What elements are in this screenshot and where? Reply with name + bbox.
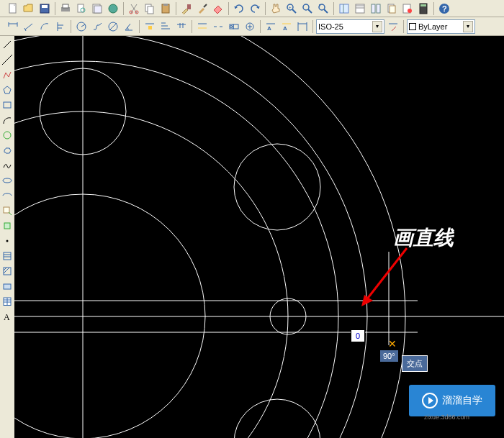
svg-line-47 xyxy=(109,23,117,30)
dynamic-input[interactable]: 0 xyxy=(351,329,365,342)
zoom-realtime-icon[interactable]: + xyxy=(284,1,299,16)
dim-update-icon[interactable] xyxy=(386,19,400,34)
tool-palettes-icon[interactable] xyxy=(369,1,383,16)
dim-style-value: ISO-25 xyxy=(318,22,343,31)
new-file-icon[interactable] xyxy=(6,1,20,16)
svg-rect-79 xyxy=(4,102,11,108)
svg-point-19 xyxy=(303,4,309,10)
cut-icon[interactable] xyxy=(127,1,141,16)
line-icon[interactable] xyxy=(1,37,14,52)
svg-point-97 xyxy=(14,36,405,438)
svg-point-98 xyxy=(14,36,367,438)
save-icon[interactable] xyxy=(37,1,52,16)
dim-edit-icon[interactable] xyxy=(295,19,310,34)
dim-tolerance-icon[interactable] xyxy=(227,19,241,34)
svg-point-64 xyxy=(230,25,233,27)
eraser-icon[interactable] xyxy=(211,1,225,16)
dim-angular-icon[interactable] xyxy=(122,19,136,34)
paintbrush-icon[interactable] xyxy=(195,1,210,16)
redo-icon[interactable] xyxy=(248,1,262,16)
arc-icon[interactable] xyxy=(1,113,14,127)
svg-rect-91 xyxy=(4,284,11,289)
copy-icon[interactable] xyxy=(143,1,157,16)
svg-text:?: ? xyxy=(442,4,447,13)
dim-continue-icon[interactable] xyxy=(174,19,189,34)
publish-icon[interactable] xyxy=(90,1,104,16)
dim-linear-icon[interactable] xyxy=(6,19,20,34)
dim-space-icon[interactable] xyxy=(195,19,210,34)
svg-point-84 xyxy=(6,240,9,242)
svg-text:+: + xyxy=(289,5,292,9)
dim-arc-icon[interactable] xyxy=(37,19,52,34)
dim-quick-icon[interactable] xyxy=(143,19,157,34)
dim-radius-icon[interactable] xyxy=(74,19,89,34)
spline-icon[interactable] xyxy=(1,158,14,173)
globe-icon[interactable] xyxy=(106,1,120,16)
dim-ordinate-icon[interactable] xyxy=(53,19,68,34)
pan-icon[interactable] xyxy=(269,1,283,16)
svg-rect-16 xyxy=(187,4,191,9)
markup-icon[interactable] xyxy=(400,1,415,16)
polyline-icon[interactable] xyxy=(1,68,14,82)
circle-icon[interactable] xyxy=(1,128,14,142)
dim-inspect-icon[interactable]: A xyxy=(264,19,278,34)
svg-point-31 xyxy=(408,9,412,13)
gradient-icon[interactable] xyxy=(1,264,14,278)
svg-text:A: A xyxy=(267,25,271,32)
text-icon[interactable]: A xyxy=(1,309,14,324)
undo-icon[interactable] xyxy=(232,1,246,16)
svg-point-11 xyxy=(135,11,138,14)
insert-block-icon[interactable] xyxy=(1,204,14,218)
print-icon[interactable] xyxy=(58,1,73,16)
sheet-set-icon[interactable] xyxy=(384,1,399,16)
table-icon[interactable] xyxy=(1,294,14,309)
help-icon[interactable]: ? xyxy=(437,1,451,16)
annotation-arrow xyxy=(353,245,418,316)
main-area: A xyxy=(0,36,504,438)
dim-style-combo[interactable]: ISO-25 ▾ xyxy=(316,19,384,34)
play-icon xyxy=(422,393,438,409)
svg-rect-13 xyxy=(148,6,153,14)
svg-point-105 xyxy=(234,144,320,230)
print-preview-icon[interactable] xyxy=(74,1,89,16)
watermark-text: 溜溜自学 xyxy=(442,394,482,407)
snap-marker-icon: ✕ xyxy=(388,338,397,350)
svg-point-100 xyxy=(14,111,288,438)
layer-color-swatch xyxy=(409,23,416,30)
dim-jogged-icon[interactable] xyxy=(90,19,104,34)
layer-combo[interactable]: ByLayer ▾ xyxy=(407,19,475,34)
chevron-down-icon[interactable]: ▾ xyxy=(372,21,382,32)
watermark-url: zixue.3d66.com xyxy=(424,414,469,421)
dimension-toolbar: A A ISO-25 ▾ ByLayer ▾ xyxy=(0,17,504,36)
design-center-icon[interactable] xyxy=(353,1,367,16)
xline-icon[interactable] xyxy=(1,53,14,67)
svg-point-107 xyxy=(234,399,320,438)
hatch-icon[interactable] xyxy=(1,249,14,263)
svg-marker-112 xyxy=(361,295,373,306)
drawing-canvas[interactable]: 画直线 0 ✕ 90° 交点 溜溜自学 zixue.3d66.com xyxy=(14,36,504,438)
svg-line-39 xyxy=(25,24,32,29)
revcloud-icon[interactable] xyxy=(1,143,14,158)
match-prop-icon[interactable] xyxy=(179,1,194,16)
dim-center-icon[interactable] xyxy=(243,19,257,34)
ellipse-icon[interactable] xyxy=(1,173,14,188)
rectangle-icon[interactable] xyxy=(1,98,14,112)
point-icon[interactable] xyxy=(1,234,14,248)
make-block-icon[interactable] xyxy=(1,219,14,233)
region-icon[interactable] xyxy=(1,279,14,293)
svg-line-45 xyxy=(81,24,85,27)
chevron-down-icon[interactable]: ▾ xyxy=(463,21,473,32)
zoom-previous-icon[interactable] xyxy=(316,1,330,16)
open-file-icon[interactable] xyxy=(22,1,36,16)
dim-aligned-icon[interactable] xyxy=(22,19,36,34)
dim-baseline-icon[interactable] xyxy=(158,19,173,34)
paste-icon[interactable] xyxy=(158,1,173,16)
polygon-icon[interactable] xyxy=(1,83,14,97)
properties-icon[interactable] xyxy=(337,1,351,16)
calc-icon[interactable] xyxy=(416,1,431,16)
zoom-window-icon[interactable] xyxy=(300,1,315,16)
ellipse-arc-icon[interactable] xyxy=(1,188,14,203)
dim-break-icon[interactable] xyxy=(211,19,225,34)
dim-jog-line-icon[interactable]: A xyxy=(279,19,294,34)
dim-diameter-icon[interactable] xyxy=(106,19,120,34)
